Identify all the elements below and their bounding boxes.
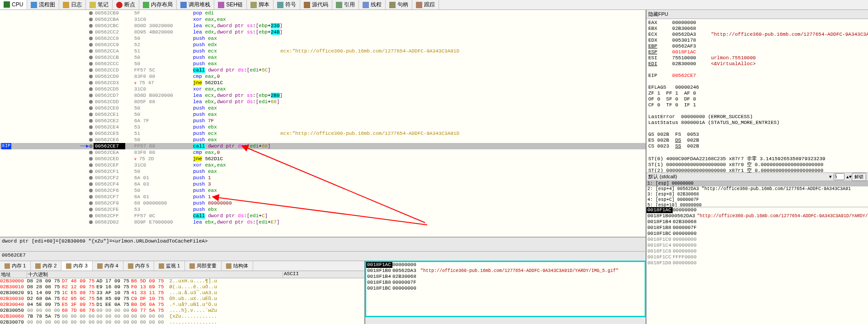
mem-tab-0[interactable]: 内存 1 bbox=[0, 261, 31, 271]
scrollbar[interactable] bbox=[365, 317, 646, 324]
hex-row[interactable]: 02B30010D8 28 08 7582 12 09 75E9 16 09 7… bbox=[0, 284, 364, 290]
register-esi[interactable]: ESI 75510000 urlmon.75510000 bbox=[648, 55, 866, 61]
fpu-toggle[interactable]: 隐藏FPU bbox=[646, 10, 868, 19]
disasm-row[interactable]: 00562CBC 8D8D 30020000 lea ecx,dword ptr… bbox=[0, 23, 646, 29]
stack-row[interactable]: 0018F1BC 00000000 bbox=[366, 286, 645, 291]
breakpoint-dot[interactable] bbox=[89, 132, 93, 135]
disasm-row[interactable]: 00562CE5 51 push ecxecx:"http://office36… bbox=[0, 130, 646, 137]
disasm-row[interactable]: 00562CCB 50 push eax bbox=[0, 54, 646, 61]
stack-arg[interactable]: 5: [esp+10] 00000000 bbox=[646, 203, 868, 207]
breakpoint-dot[interactable] bbox=[89, 94, 93, 97]
register-ecx[interactable]: ECX 00562DA3 "http://office360-pub.16mb.… bbox=[648, 32, 866, 38]
calling-convention[interactable]: 默认 (stdcall) bbox=[648, 173, 829, 180]
disasm-row[interactable]: 00562CF9 68 00000080 push 80000000 bbox=[0, 200, 646, 206]
tab-trace[interactable]: 跟踪 bbox=[412, 0, 439, 10]
tab-handles[interactable]: 句柄 bbox=[386, 0, 412, 10]
disasm-row[interactable]: 00562CE0 50 push eax bbox=[0, 105, 646, 111]
disasm-row[interactable]: 00562CDD 8D5F 68 lea ebx,dword ptr ds:[e… bbox=[0, 99, 646, 105]
disasm-row[interactable]: 00562CD7 8D8D B0020000 lea ecx,dword ptr… bbox=[0, 92, 646, 99]
registers-panel[interactable]: 隐藏FPU EAX 00000000EBX 02B30068ECX 00562D… bbox=[646, 10, 868, 173]
stack-row[interactable]: 0018F1B8 0000007F bbox=[366, 280, 645, 286]
hex-row[interactable]: 02B300607B 78 5A 7500 00 00 0000 00 00 0… bbox=[0, 314, 364, 319]
unlock-button[interactable]: 解锁 bbox=[852, 173, 866, 181]
disasm-row[interactable]: 00562CE6 50 push eax bbox=[0, 137, 646, 143]
stack-view[interactable]: 0018F1AC 000000000018F1B0 00562DA3"http:… bbox=[646, 207, 868, 324]
tab-references[interactable]: 引用 bbox=[332, 0, 359, 10]
tab-breakpoints[interactable]: 断点 bbox=[113, 0, 139, 10]
register-esp[interactable]: ESP 0018F1AC bbox=[648, 49, 866, 55]
stack-row[interactable]: 0018F1C8 00000000 bbox=[646, 248, 868, 254]
mem-tab-1[interactable]: 内存 2 bbox=[31, 261, 61, 271]
tab-threads[interactable]: 线程 bbox=[359, 0, 386, 10]
breakpoint-dot[interactable] bbox=[89, 138, 93, 142]
mem-tab-3[interactable]: 内存 4 bbox=[93, 261, 123, 271]
disasm-row[interactable]: 00562CF1 50 push eax bbox=[0, 168, 646, 175]
breakpoint-dot[interactable] bbox=[89, 43, 93, 47]
tab-seh[interactable]: SEH链 bbox=[214, 0, 247, 10]
disasm-row[interactable]: 00562CC8 50 push eax bbox=[0, 35, 646, 42]
hex-row[interactable]: 02B3005000 00 00 0068 7D 08 7600 00 00 0… bbox=[0, 308, 364, 314]
stack-row[interactable]: 0018F1AC 00000000 bbox=[366, 262, 645, 268]
disasm-row[interactable]: 00562CE1 50 push eax bbox=[0, 111, 646, 118]
tab-notes[interactable]: 笔记 bbox=[86, 0, 113, 10]
chevron-down-icon[interactable]: ▾ bbox=[829, 174, 832, 180]
breakpoint-dot[interactable] bbox=[89, 49, 93, 53]
stack-row[interactable]: 0018F1B0 00562DA3"http://office360-pub.1… bbox=[646, 213, 868, 219]
hex-row[interactable]: 02B3007000 00 00 0000 00 00 0000 00 00 0… bbox=[0, 319, 364, 324]
stack-row[interactable]: 0018F1BC 00000000 bbox=[646, 231, 868, 237]
breakpoint-dot[interactable] bbox=[89, 30, 93, 34]
disasm-row[interactable]: 00562CC2 8D95 4B020000 lea edx,dword ptr… bbox=[0, 29, 646, 35]
breakpoint-dot[interactable] bbox=[89, 201, 93, 205]
breakpoint-dot[interactable] bbox=[89, 24, 93, 28]
stack-row[interactable]: 0018F1AC 00000000 bbox=[646, 207, 868, 213]
disasm-row[interactable]: 00562CFE 53 push ebx bbox=[0, 206, 646, 213]
breakpoint-dot[interactable] bbox=[89, 87, 93, 91]
tab-script[interactable]: 脚本 bbox=[247, 0, 274, 10]
breakpoint-dot[interactable] bbox=[89, 75, 93, 78]
breakpoint-dot[interactable] bbox=[89, 163, 93, 167]
breakpoint-dot[interactable] bbox=[89, 119, 93, 123]
breakpoint-dot[interactable] bbox=[89, 170, 93, 173]
stack-row[interactable]: 0018F1B0 00562DA3"http://office360-pub.1… bbox=[366, 268, 645, 274]
disasm-row[interactable]: 00562CF4 6A 03 push 3 bbox=[0, 181, 646, 187]
disasm-row[interactable]: 00562CD3 ∨ 75 47 jne 562D1C bbox=[0, 80, 646, 86]
mem-tab-5[interactable]: 监视 1 bbox=[154, 261, 185, 271]
breakpoint-dot[interactable] bbox=[89, 18, 93, 21]
stack-arg[interactable]: 4: [esp+C] 0000007F bbox=[646, 197, 868, 203]
hex-dump[interactable]: 02B30000D8 28 09 75D7 48 09 75AD 17 09 7… bbox=[0, 278, 364, 324]
register-ebp[interactable]: EBP 00562AF3 bbox=[648, 43, 866, 49]
breakpoint-dot[interactable] bbox=[89, 157, 93, 161]
mem-tab-7[interactable]: 结构体 bbox=[222, 261, 253, 271]
breakpoint-dot[interactable] bbox=[89, 144, 93, 148]
tab-source[interactable]: 源代码 bbox=[300, 0, 332, 10]
disasm-row[interactable]: 00562CED ∨ 75 2D jne 562D1C bbox=[0, 156, 646, 162]
disasm-row[interactable]: 00562D02 8D9F E7000000 lea ebx,dword ptr… bbox=[0, 219, 646, 225]
breakpoint-dot[interactable] bbox=[89, 106, 93, 110]
stack-arg[interactable]: 2: [esp+4] 00562DA3 "http://office360-pu… bbox=[646, 186, 868, 192]
breakpoint-dot[interactable] bbox=[89, 113, 93, 116]
breakpoint-dot[interactable] bbox=[89, 100, 93, 104]
tab-symbols[interactable]: 符号 bbox=[274, 0, 300, 10]
hex-row[interactable]: 02B3002091 14 09 751C E5 09 7533 AF 10 7… bbox=[0, 290, 364, 296]
disasm-row[interactable]: EIP──▶00562CE7 FF57 60 call dword ptr ds… bbox=[0, 143, 646, 149]
disasm-row[interactable]: 00562CC9 52 push edx bbox=[0, 42, 646, 48]
stack-row[interactable]: 0018F1D0 00000000 bbox=[646, 260, 868, 266]
mem-tab-6[interactable]: 局部变量 bbox=[185, 261, 222, 271]
stack-row[interactable]: 0018F1C4 00000000 bbox=[646, 243, 868, 248]
breakpoint-dot[interactable] bbox=[89, 195, 93, 199]
mem-tab-2[interactable]: 内存 3 bbox=[61, 261, 92, 271]
disasm-row[interactable]: 00562CF2 6A 01 push 1 bbox=[0, 175, 646, 181]
breakpoint-dot[interactable] bbox=[89, 81, 93, 85]
tab-cpu[interactable]: CPU bbox=[0, 0, 27, 10]
stack-arg[interactable]: 1: [esp] 00000000 bbox=[646, 181, 868, 186]
disasm-row[interactable]: 00562CEF 31C0 xor eax,eax bbox=[0, 162, 646, 168]
stack-row[interactable]: 0018F1CC FFFF0000 bbox=[646, 254, 868, 260]
disasm-row[interactable]: 00562CCA 51 push ecxecx:"http://office36… bbox=[0, 48, 646, 54]
breakpoint-dot[interactable] bbox=[89, 208, 93, 211]
spinner-icon[interactable]: ▴▾ bbox=[846, 174, 852, 180]
disasm-row[interactable]: 00562CE4 53 push ebx bbox=[0, 124, 646, 130]
stack-arg[interactable]: 3: [esp+8] 02B30068 bbox=[646, 192, 868, 197]
disasm-row[interactable]: 00562CCD FF57 5C call dword ptr ds:[edi+… bbox=[0, 67, 646, 73]
disassembly-panel[interactable]: 00562CB9 5F pop edi00562CBA 31C0 xor eax… bbox=[0, 10, 646, 237]
disasm-row[interactable]: 00562CF6 50 push eax bbox=[0, 187, 646, 194]
